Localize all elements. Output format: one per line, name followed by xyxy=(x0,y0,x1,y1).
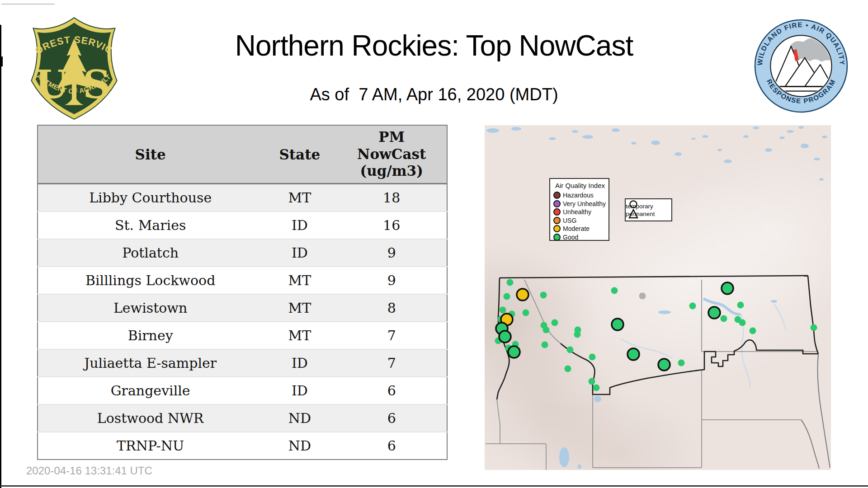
aqi-category-label: Good xyxy=(563,234,578,241)
aqi-color-dot-icon xyxy=(553,208,561,216)
cell-site: Potlatch xyxy=(38,239,263,267)
monitor-marker xyxy=(523,310,529,316)
aqi-category-label: Unhealthy xyxy=(563,208,591,216)
cell-state: MT xyxy=(263,322,336,349)
state-borders-gray xyxy=(486,280,817,470)
monitor-marker xyxy=(611,287,618,294)
monitor-marker xyxy=(499,331,511,343)
monitor-marker xyxy=(737,302,744,309)
aqi-legend-item: USG xyxy=(553,216,609,225)
table-row: Juliaetta E-samplerID7 xyxy=(38,349,447,377)
page-top-line xyxy=(1,4,55,5)
monitor-marker xyxy=(589,354,596,361)
aqi-color-dot-icon xyxy=(553,225,561,232)
cell-site: Juliaetta E-sampler xyxy=(38,349,263,377)
monitor-marker xyxy=(639,293,646,300)
table-row: GrangevilleID6 xyxy=(38,377,447,404)
aqi-color-dot-icon xyxy=(553,234,561,241)
aqi-category-label: USG xyxy=(563,217,576,224)
cell-pm-nowcast: 16 xyxy=(336,211,447,239)
monitor-marker xyxy=(507,279,514,286)
cell-state: ID xyxy=(263,211,336,239)
cell-pm-nowcast: 6 xyxy=(336,404,447,432)
page-edge-line xyxy=(0,25,1,488)
forest-service-shield-icon: FOREST SERVICE U S DEPARTMENT OF AGRICUL… xyxy=(28,16,120,120)
monitor-marker xyxy=(565,366,571,372)
col-header-pm: PM NowCast (ug/m3) xyxy=(336,125,447,184)
aqi-legend-title: Air Quality Index xyxy=(553,182,607,189)
monitor-marker xyxy=(739,319,746,326)
cell-state: ND xyxy=(263,432,336,460)
cell-site: St. Maries xyxy=(38,211,263,239)
cell-pm-nowcast: 8 xyxy=(336,294,447,322)
generation-timestamp: 2020-04-16 13:31:41 UTC xyxy=(26,465,152,477)
map-canvas xyxy=(485,125,831,470)
aqi-legend-item: Unhealthy xyxy=(553,208,609,216)
lakes-layer xyxy=(486,126,827,469)
aqi-color-dot-icon xyxy=(553,200,561,207)
cell-site: Billlings Lockwood xyxy=(38,267,263,294)
monitor-marker xyxy=(508,346,520,358)
table-row: PotlatchID9 xyxy=(38,239,447,267)
table-header-row: Site State PM NowCast (ug/m3) xyxy=(38,125,447,184)
cell-pm-nowcast: 18 xyxy=(336,184,447,212)
monitor-marker xyxy=(658,359,670,371)
cell-state: ND xyxy=(263,404,336,432)
monitor-marker xyxy=(722,282,733,294)
monitor-marker xyxy=(567,347,574,353)
col-header-site: Site xyxy=(38,125,263,184)
monitor-marker xyxy=(721,315,727,322)
col-header-state: State xyxy=(263,125,336,184)
aqi-color-dot-icon xyxy=(553,192,561,199)
aqi-color-dot-icon xyxy=(553,217,561,224)
monitor-marker xyxy=(627,348,639,360)
cell-site: Lewistown xyxy=(38,294,263,322)
monitor-marker xyxy=(678,360,685,366)
monitor-marker xyxy=(543,327,550,333)
monitor-marker xyxy=(542,342,548,348)
cell-pm-nowcast: 9 xyxy=(336,267,447,294)
cell-state: MT xyxy=(263,184,336,212)
cell-pm-nowcast: 7 xyxy=(336,349,447,377)
aqi-category-label: Very Unhealthy xyxy=(563,200,606,207)
aqi-legend: Air Quality Index HazardousVery Unhealth… xyxy=(549,178,609,241)
nowcast-table: Site State PM NowCast (ug/m3) Libby Cour… xyxy=(37,125,448,460)
table-row: BirneyMT7 xyxy=(38,322,447,349)
cell-pm-nowcast: 9 xyxy=(336,239,447,267)
cell-state: MT xyxy=(263,294,336,322)
page-bottom-line xyxy=(0,485,868,487)
wfaqrp-badge-icon: WILDLAND FIRE • AIR QUALITY RESPONSE PRO… xyxy=(753,18,849,114)
cell-site: Libby Courthouse xyxy=(38,184,263,212)
table-row: TRNP-NUND6 xyxy=(38,432,447,460)
cell-state: ID xyxy=(263,349,336,377)
table-row: LewistownMT8 xyxy=(38,294,447,322)
page-edge-mark xyxy=(0,56,3,66)
river-borders xyxy=(801,354,830,469)
page-subtitle: As of 7 AM, Apr 16, 2020 (MDT) xyxy=(136,85,732,104)
aqi-legend-item: Very Unhealthy xyxy=(553,200,609,208)
table-row: St. MariesID16 xyxy=(38,211,447,239)
aqi-legend-item: Good xyxy=(553,233,609,242)
monitor-marker xyxy=(589,378,595,385)
monitor-marker xyxy=(593,385,600,391)
wfaqrp-logo: WILDLAND FIRE • AIR QUALITY RESPONSE PRO… xyxy=(753,18,849,116)
cell-site: TRNP-NU xyxy=(38,432,263,460)
monitor-marker xyxy=(517,289,528,300)
aqi-category-label: Moderate xyxy=(563,225,590,232)
cell-pm-nowcast: 7 xyxy=(336,322,447,349)
aqi-legend-item: Moderate xyxy=(553,225,609,233)
table-row: Billlings LockwoodMT9 xyxy=(38,267,447,294)
monitor-marker xyxy=(500,307,506,314)
forest-service-logo: FOREST SERVICE U S DEPARTMENT OF AGRICUL… xyxy=(28,16,120,122)
page-title: Northern Rockies: Top NowCast xyxy=(136,29,732,62)
monitor-marker xyxy=(750,328,756,334)
marker-type-legend: temporary permanent xyxy=(625,198,672,221)
monitor-marker xyxy=(552,319,558,326)
cell-site: Birney xyxy=(38,322,263,349)
monitor-marker xyxy=(574,331,581,338)
table-row: Lostwood NWRND6 xyxy=(38,404,447,432)
monitor-map: Air Quality Index HazardousVery Unhealth… xyxy=(485,125,831,470)
monitor-marker xyxy=(504,293,510,300)
monitor-marker xyxy=(708,307,720,319)
aqi-legend-item: Hazardous xyxy=(553,191,609,200)
